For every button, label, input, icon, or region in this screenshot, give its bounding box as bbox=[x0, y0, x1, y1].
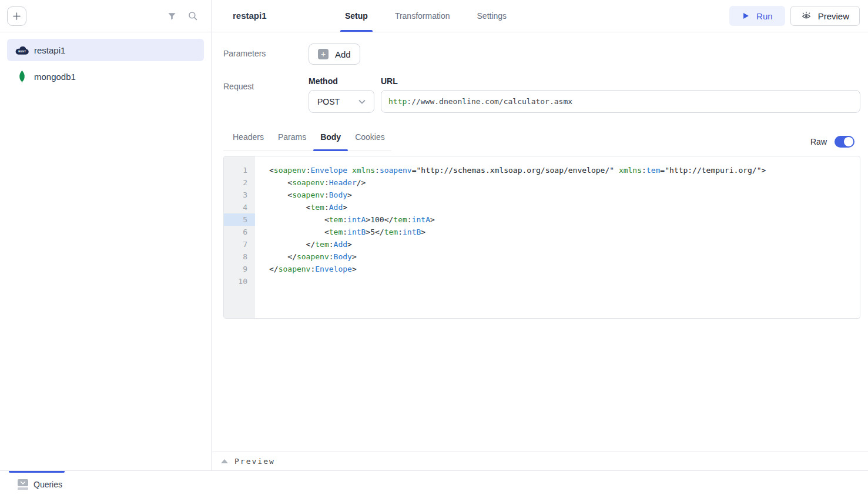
parameters-label: Parameters bbox=[223, 44, 309, 58]
sidebar-toolbar bbox=[0, 0, 211, 32]
url-scheme: http bbox=[388, 97, 407, 106]
filter-icon[interactable] bbox=[167, 11, 177, 21]
toggle-knob bbox=[844, 137, 853, 146]
editor-gutter: 12345678910 bbox=[224, 156, 255, 318]
chevron-down-icon bbox=[357, 97, 367, 106]
tab-transformation[interactable]: Transformation bbox=[390, 0, 455, 32]
run-button[interactable]: Run bbox=[729, 6, 785, 26]
request-config-tabs: Headers Params Body Cookies bbox=[223, 132, 391, 151]
queries-label: Queries bbox=[33, 480, 62, 489]
tab-params[interactable]: Params bbox=[271, 132, 313, 151]
main-panel: restapi1 Setup Transformation Settings R… bbox=[212, 0, 868, 470]
response-preview-bar[interactable]: Preview bbox=[212, 452, 868, 470]
tab-cookies[interactable]: Cookies bbox=[348, 132, 392, 151]
request-label: Request bbox=[223, 76, 309, 91]
parameters-row: Parameters + Add bbox=[223, 44, 860, 65]
method-value: POST bbox=[317, 97, 340, 106]
method-label: Method bbox=[309, 76, 374, 86]
entity-label: restapi1 bbox=[34, 45, 65, 55]
url-input[interactable]: http://www.dneonline.com/calculator.asmx bbox=[381, 90, 860, 113]
queries-segment[interactable]: Queries bbox=[18, 471, 62, 498]
search-icon[interactable] bbox=[187, 11, 198, 21]
main-header: restapi1 Setup Transformation Settings R… bbox=[212, 0, 868, 32]
plus-icon bbox=[12, 12, 21, 21]
page-title: restapi1 bbox=[233, 11, 267, 21]
entity-list: REST restapi1 mongodb1 bbox=[0, 32, 211, 94]
new-query-button[interactable] bbox=[7, 6, 26, 26]
entity-sidebar: REST restapi1 mongodb1 bbox=[0, 0, 212, 470]
tab-setup[interactable]: Setup bbox=[340, 0, 373, 32]
raw-toggle[interactable] bbox=[835, 136, 854, 148]
url-rest: ://www.dneonline.com/calculator.asmx bbox=[407, 97, 572, 106]
bottom-bar: Queries bbox=[0, 470, 868, 498]
preview-button[interactable]: Preview bbox=[790, 6, 860, 26]
setup-form: Parameters + Add Request Method POST URL… bbox=[212, 32, 868, 319]
queries-icon bbox=[18, 479, 28, 490]
caret-up-icon bbox=[221, 459, 228, 463]
header-actions: Run Preview bbox=[729, 6, 860, 26]
svg-text:REST: REST bbox=[18, 50, 26, 53]
entity-label: mongodb1 bbox=[34, 72, 76, 82]
url-label: URL bbox=[381, 76, 860, 86]
raw-label: Raw bbox=[810, 137, 827, 146]
top-tabs: Setup Transformation Settings bbox=[340, 0, 511, 32]
request-row: Request Method POST URL http://www.dneon… bbox=[223, 76, 860, 113]
method-field: Method POST bbox=[309, 76, 374, 113]
request-config-tabs-row: Headers Params Body Cookies Raw bbox=[223, 132, 860, 151]
eye-icon bbox=[801, 11, 812, 21]
url-field: URL http://www.dneonline.com/calculator.… bbox=[381, 76, 860, 113]
plus-square-icon: + bbox=[318, 49, 329, 59]
tab-settings[interactable]: Settings bbox=[472, 0, 512, 32]
tab-body[interactable]: Body bbox=[313, 132, 348, 151]
mongodb-icon bbox=[14, 70, 29, 83]
preview-bar-label: Preview bbox=[234, 457, 275, 466]
sidebar-item-mongodb1[interactable]: mongodb1 bbox=[7, 65, 204, 88]
tab-headers[interactable]: Headers bbox=[223, 132, 271, 151]
body-code-editor: 12345678910 <soapenv:Envelope xmlns:soap… bbox=[223, 156, 860, 319]
play-icon bbox=[742, 12, 750, 20]
method-select[interactable]: POST bbox=[309, 90, 374, 113]
raw-toggle-group: Raw bbox=[810, 136, 860, 148]
rest-api-icon: REST bbox=[14, 45, 29, 55]
sidebar-item-restapi1[interactable]: REST restapi1 bbox=[7, 39, 204, 61]
add-parameter-button[interactable]: + Add bbox=[309, 44, 360, 65]
editor-code[interactable]: <soapenv:Envelope xmlns:soapenv="http://… bbox=[255, 156, 860, 318]
